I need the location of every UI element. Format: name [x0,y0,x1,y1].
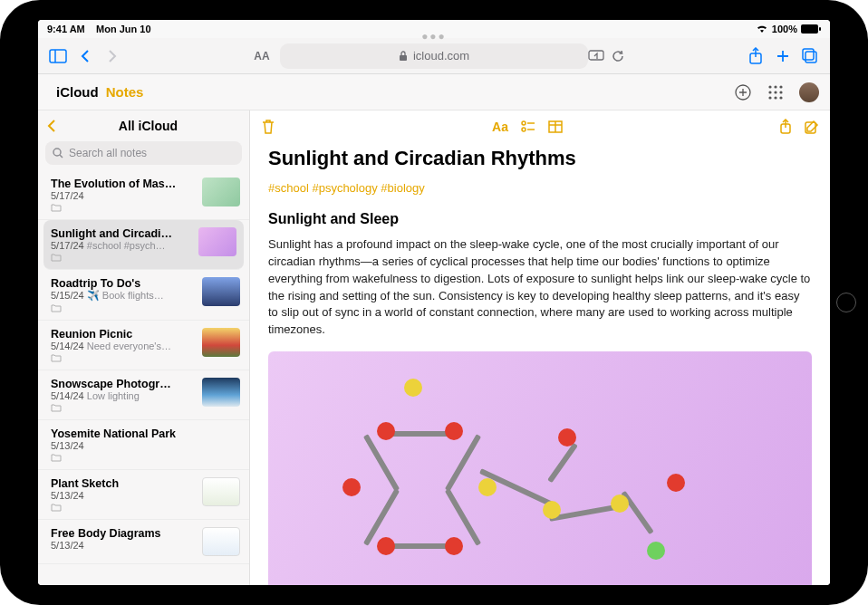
new-note-plus-button[interactable] [734,83,752,101]
note-item-title: Plant Sketch [51,477,195,490]
status-date: Mon Jun 10 [96,24,151,34]
note-item-date: 5/13/24 [51,540,84,551]
note-item[interactable]: The Evolution of Mas… 5/17/24 [38,170,249,220]
note-item-thumbnail [202,277,240,306]
note-item-thumbnail [202,328,240,357]
note-item-title: Roadtrip To Do's [51,277,195,290]
svg-point-18 [768,91,771,93]
note-item-date: 5/17/24 [51,240,84,251]
new-tab-button[interactable] [772,45,794,67]
note-item-snippet: ✈️ Book flights… [87,290,164,301]
reader-button[interactable]: AA [244,50,280,62]
note-image[interactable] [268,351,812,585]
note-item-snippet: Need everyone's… [87,341,171,351]
share-button[interactable] [745,45,767,67]
note-item-thumbnail [202,527,240,556]
folder-icon [51,253,191,262]
folder-icon [51,453,240,462]
address-url: icloud.com [413,49,469,62]
folder-icon [51,403,195,412]
note-item-date: 5/14/24 [51,341,84,351]
svg-rect-0 [801,24,818,34]
screen-mirror-icon[interactable] [588,50,604,62]
note-item[interactable]: Reunion Picnic 5/14/24 Need everyone's… [38,321,249,370]
sidebar-title: All iCloud [56,119,240,133]
lock-icon [399,51,408,62]
note-item-title: Reunion Picnic [51,328,195,341]
icloud-brand-suffix: Notes [106,84,144,100]
svg-point-23 [779,96,782,99]
svg-point-22 [774,96,776,99]
forward-button [101,45,123,67]
note-list[interactable]: The Evolution of Mas… 5/17/24 Sunlight a… [38,170,249,585]
search-placeholder: Search all notes [69,147,147,159]
note-item-thumbnail [202,477,240,506]
note-item-snippet: #school #psych… [87,240,166,251]
note-item-snippet: Low lighting [87,390,140,401]
svg-point-26 [522,121,526,125]
status-left: 9:41 AM Mon Jun 10 [47,24,151,34]
ipad-frame: 9:41 AM Mon Jun 10 100% [0,0,868,605]
battery-percent: 100% [772,24,797,34]
compose-button[interactable] [805,120,819,134]
main-split: All iCloud Search all notes The Evolutio… [38,110,830,585]
note-editor: Aa Sunlight and Circ [250,110,830,585]
address-area: ●●● AA icloud.com [129,43,739,69]
note-item[interactable]: Yosemite National Park 5/13/24 [38,420,249,470]
share-note-button[interactable] [779,119,792,135]
svg-rect-2 [50,50,66,62]
note-tags[interactable]: #school #psychology #biology [268,181,812,195]
svg-rect-5 [589,51,603,60]
svg-point-15 [768,85,771,88]
note-item-title: Snowscape Photogr… [51,378,195,390]
ipad-home-button[interactable] [836,293,856,312]
note-item[interactable]: Roadtrip To Do's 5/15/24 ✈️ Book flights… [38,270,249,321]
svg-point-17 [779,85,782,88]
table-button[interactable] [548,120,563,133]
tabs-button[interactable] [799,45,821,67]
note-item-date: 5/14/24 [51,390,84,401]
note-item-date: 5/17/24 [51,190,84,201]
app-grid-button[interactable] [768,85,783,100]
notes-sidebar: All iCloud Search all notes The Evolutio… [38,110,250,585]
status-time: 9:41 AM [47,24,85,34]
note-item-thumbnail [202,378,240,407]
svg-rect-11 [803,49,814,60]
folder-icon [51,303,195,312]
svg-point-24 [53,149,61,156]
svg-point-28 [522,128,526,131]
svg-rect-4 [400,55,407,61]
note-item-title: The Evolution of Mas… [51,178,195,190]
note-body[interactable]: Sunlight and Circadian Rhythms #school #… [250,143,830,585]
sidebar-toggle-button[interactable] [47,45,69,67]
checklist-button[interactable] [521,120,535,133]
text-format-button[interactable]: Aa [492,120,508,134]
note-item-title: Free Body Diagrams [51,527,195,540]
back-button[interactable] [74,45,96,67]
svg-point-16 [774,85,776,88]
status-right: 100% [756,24,821,34]
search-input[interactable]: Search all notes [45,141,242,165]
search-icon [53,148,63,158]
account-avatar[interactable] [799,82,819,102]
icloud-header: iCloud Notes [38,74,830,110]
folder-icon [51,503,195,512]
folder-back-button[interactable] [47,120,56,132]
reload-button[interactable] [612,50,624,62]
note-item[interactable]: Snowscape Photogr… 5/14/24 Low lighting [38,370,249,420]
note-item-date: 5/13/24 [51,490,84,501]
note-item-title: Sunlight and Circadi… [51,227,191,240]
note-item[interactable]: Sunlight and Circadi… 5/17/24 #school #p… [43,220,244,270]
svg-rect-1 [819,27,821,31]
svg-point-19 [774,91,776,93]
address-bar[interactable]: icloud.com [280,43,588,69]
delete-button[interactable] [261,119,275,135]
note-item[interactable]: Plant Sketch 5/13/24 [38,470,249,520]
grab-handle-icon[interactable]: ●●● [421,30,447,43]
note-title: Sunlight and Circadian Rhythms [268,147,812,170]
screen: 9:41 AM Mon Jun 10 100% [38,20,830,585]
note-paragraph: Sunlight has a profound impact on the sl… [268,236,812,339]
sidebar-header: All iCloud [38,110,249,141]
note-item[interactable]: Free Body Diagrams 5/13/24 [38,520,249,564]
svg-point-21 [768,96,771,99]
